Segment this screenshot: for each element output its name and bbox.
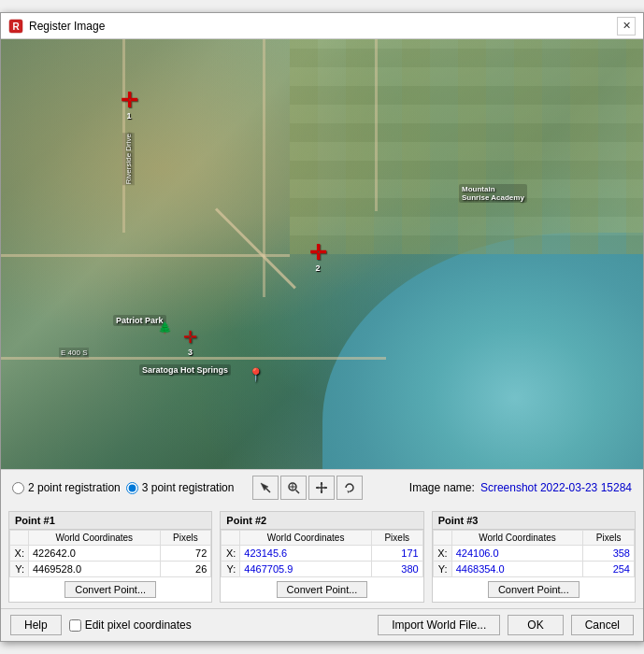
- svg-marker-10: [321, 491, 323, 494]
- point-3-header: Point #3: [433, 512, 635, 530]
- p2-y-pixel[interactable]: 380: [371, 562, 422, 577]
- p3-pixels-header: Pixels: [583, 531, 635, 546]
- svg-marker-11: [316, 487, 319, 490]
- point-label-1: 1: [126, 111, 131, 121]
- p1-pixels-header: Pixels: [160, 531, 211, 546]
- map-label-riverside: Riverside Drive: [122, 133, 135, 185]
- p3-y-row: Y: 4468354.0 254: [433, 562, 634, 577]
- p2-x-world[interactable]: 423145.6: [240, 546, 372, 562]
- radio-3pt-label: 3 point registration: [142, 481, 235, 494]
- point-panel-1: Point #1 World Coordinates Pixels X: 422…: [8, 511, 212, 603]
- point-2-header: Point #2: [221, 512, 422, 530]
- title-bar-left: R Register Image: [8, 19, 105, 34]
- crosshair-icon-1: ✛: [121, 91, 137, 111]
- cancel-button[interactable]: Cancel: [571, 615, 634, 635]
- point-label-3: 3: [188, 348, 193, 357]
- p1-y-pixel[interactable]: 26: [160, 562, 211, 577]
- p3-x-row: X: 424106.0 358: [433, 546, 634, 562]
- p2-y-row: Y: 4467705.9 380: [222, 562, 422, 577]
- map-label-saratoga: Saratoga Hot Springs: [139, 364, 231, 376]
- point-marker-3[interactable]: ✛ 3: [183, 327, 197, 357]
- radio-2pt-label: 2 point registration: [28, 481, 121, 494]
- point-3-table: World Coordinates Pixels X: 424106.0 358…: [433, 530, 635, 577]
- p1-x-world[interactable]: 422642.0: [29, 546, 161, 562]
- p2-x-pixel[interactable]: 171: [371, 546, 422, 562]
- p2-y-world[interactable]: 4467705.9: [240, 562, 372, 577]
- rotate-icon: [343, 481, 356, 494]
- p3-y-label: Y:: [433, 562, 451, 577]
- pan-icon: [315, 481, 328, 494]
- point-panel-2: Point #2 World Coordinates Pixels X: 423…: [220, 511, 423, 603]
- p2-pixels-header: Pixels: [371, 531, 422, 546]
- p3-y-world[interactable]: 4468354.0: [451, 562, 583, 577]
- p1-x-label: X:: [10, 546, 29, 562]
- registration-mode-group: 2 point registration 3 point registratio…: [12, 481, 234, 494]
- p1-x-pixel[interactable]: 72: [160, 546, 211, 562]
- edit-pixels-checkbox[interactable]: [69, 619, 81, 632]
- point-1-table: World Coordinates Pixels X: 422642.0 72 …: [9, 530, 211, 577]
- p2-x-row: X: 423145.6 171: [222, 546, 422, 562]
- point-1-header: Point #1: [9, 512, 211, 530]
- svg-marker-13: [348, 490, 351, 493]
- radio-2pt-option[interactable]: 2 point registration: [12, 481, 121, 494]
- app-icon: R: [8, 19, 23, 34]
- pointer-icon: [259, 481, 272, 494]
- pan-tool-btn[interactable]: [308, 476, 335, 500]
- title-bar: R Register Image ✕: [1, 13, 643, 39]
- tool-group: [252, 476, 363, 500]
- svg-text:R: R: [12, 21, 20, 32]
- zoom-icon: [287, 481, 300, 494]
- p3-x-label: X:: [433, 546, 451, 562]
- map-satellite-layer: ✛ 1 ✛ 2 ✛ 3 Patriot Park Saratoga Hot Sp…: [1, 39, 643, 469]
- map-label-mountain: MountainSunrise Academy: [459, 184, 527, 203]
- import-world-button[interactable]: Import World File...: [378, 615, 500, 635]
- p2-world-header: World Coordinates: [240, 531, 372, 546]
- p1-empty-header: [10, 531, 29, 546]
- p1-y-label: Y:: [10, 562, 29, 577]
- points-section: Point #1 World Coordinates Pixels X: 422…: [1, 505, 643, 608]
- p3-y-pixel[interactable]: 254: [583, 562, 635, 577]
- road-horizontal-1: [1, 254, 290, 257]
- bottom-bar: Help Edit pixel coordinates Import World…: [1, 608, 643, 641]
- point-marker-2[interactable]: ✛ 2: [309, 243, 326, 273]
- map-canvas[interactable]: ✛ 1 ✛ 2 ✛ 3 Patriot Park Saratoga Hot Sp…: [1, 39, 643, 469]
- p3-world-header: World Coordinates: [451, 531, 583, 546]
- rotate-tool-btn[interactable]: [336, 476, 363, 500]
- ok-button[interactable]: OK: [508, 615, 563, 635]
- toolbar: 2 point registration 3 point registratio…: [1, 469, 643, 505]
- edit-pixels-label[interactable]: Edit pixel coordinates: [69, 618, 192, 632]
- image-name-value: Screenshot 2022-03-23 15284: [480, 481, 632, 494]
- point-label-2: 2: [315, 263, 320, 273]
- point-panel-3: Point #3 World Coordinates Pixels X: 424…: [432, 511, 636, 603]
- p3-x-world[interactable]: 424106.0: [451, 546, 583, 562]
- image-name-label: Image name:: [409, 481, 475, 494]
- help-button[interactable]: Help: [10, 615, 62, 635]
- point-marker-1[interactable]: ✛ 1: [121, 91, 137, 121]
- zoom-tool-btn[interactable]: [280, 476, 307, 500]
- svg-line-4: [296, 490, 300, 494]
- register-image-window: R Register Image ✕ ✛ 1: [0, 12, 644, 642]
- road-vertical-3: [375, 39, 378, 211]
- window-title: Register Image: [29, 20, 105, 33]
- p3-x-pixel[interactable]: 358: [583, 546, 635, 562]
- p3-empty-header: [433, 531, 451, 546]
- p1-y-world[interactable]: 4469528.0: [29, 562, 161, 577]
- p1-world-header: World Coordinates: [29, 531, 161, 546]
- fields-layer: [290, 39, 643, 254]
- svg-marker-9: [321, 482, 323, 485]
- convert-point-3-button[interactable]: Convert Point...: [488, 581, 580, 598]
- radio-3pt-option[interactable]: 3 point registration: [126, 481, 235, 494]
- p1-x-row: X: 422642.0 72: [10, 546, 211, 562]
- crosshair-icon-2: ✛: [309, 243, 326, 263]
- pointer-tool-btn[interactable]: [252, 476, 279, 500]
- image-name-section: Image name: Screenshot 2022-03-23 15284: [409, 481, 632, 494]
- convert-point-1-button[interactable]: Convert Point...: [64, 581, 156, 598]
- convert-point-2-button[interactable]: Convert Point...: [277, 581, 368, 598]
- radio-3pt-input[interactable]: [126, 482, 138, 494]
- p2-x-label: X:: [222, 546, 240, 562]
- map-label-e400s: E 400 S: [59, 348, 89, 358]
- crosshair-icon-3: ✛: [183, 327, 197, 348]
- radio-2pt-input[interactable]: [12, 482, 24, 494]
- close-button[interactable]: ✕: [617, 17, 636, 36]
- p2-empty-header: [222, 531, 240, 546]
